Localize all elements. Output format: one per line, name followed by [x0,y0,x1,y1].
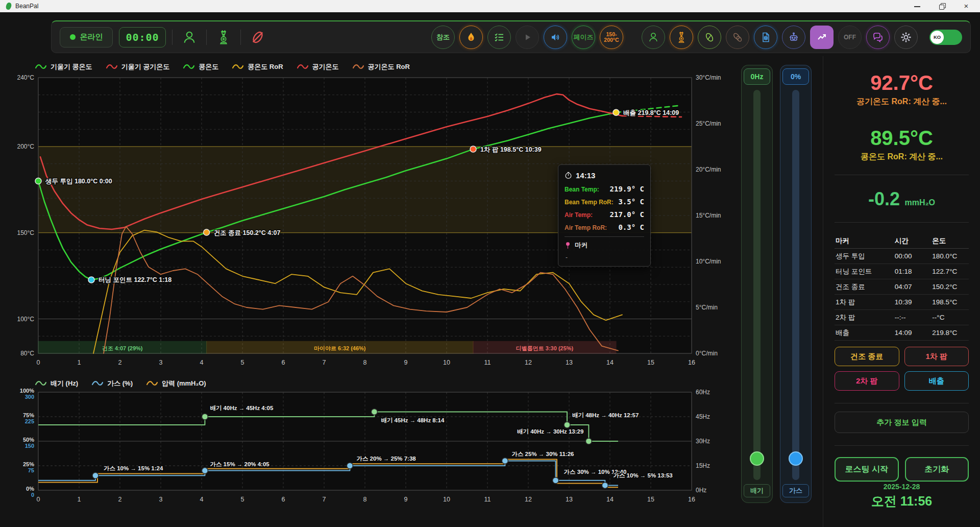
exhaust-gauge: 0Hz 배기 [741,65,773,503]
event-marker-drop[interactable]: 배출 219.8°C 14:09 [613,109,679,116]
person-icon [647,31,659,43]
chat-button[interactable] [866,26,890,49]
grinder-settings-button[interactable] [670,26,693,49]
settings-button[interactable] [894,26,918,49]
svg-text:1: 1 [78,359,81,366]
legend-item[interactable]: 압력 (mmH₂O) [146,379,206,388]
restore-button[interactable] [938,3,945,10]
user-button[interactable] [642,26,665,49]
close-button[interactable]: × [963,3,970,10]
reference-button[interactable]: 참조 [431,26,455,49]
start-roast-button[interactable]: 로스팅 시작 [835,457,899,482]
reset-button[interactable]: 초기화 [905,457,969,482]
legend-item[interactable]: 공기온도 RoR [352,62,410,71]
gas-slider-track[interactable] [792,90,799,480]
off-button[interactable]: OFF [838,26,862,49]
online-status-button[interactable]: 온라인 [60,27,113,47]
checklist-icon [493,31,505,43]
reference-label: 참조 [436,33,450,42]
play-button[interactable] [516,26,539,49]
roast-timer: 00:00 [119,27,166,47]
robot-button[interactable] [782,26,805,49]
dry-end-button[interactable]: 건조 종료 [835,347,899,366]
beans-button[interactable] [726,26,749,49]
sound-button[interactable] [544,26,567,49]
no-bean-button[interactable] [247,27,268,48]
svg-text:25%: 25% [23,461,34,467]
svg-text:11: 11 [484,359,491,366]
beans-icon [731,31,744,43]
legend-squiggle-icon [352,63,364,70]
temp-range-line1: 150- [606,32,617,37]
svg-text:15°C/min: 15°C/min [696,212,721,219]
svg-text:1: 1 [78,496,81,503]
legend-item[interactable]: 공기온도 [297,62,339,71]
app-bean-icon [5,2,12,10]
pressure-value: -0.2 [868,188,900,209]
svg-text:300: 300 [25,394,34,400]
trend-button[interactable] [810,26,834,49]
svg-text:가스 20% → 25% 7:38: 가스 20% → 25% 7:38 [356,456,416,462]
flame-icon [465,31,477,43]
legend-item[interactable]: 기울기 공기온도 [106,62,170,71]
extra-info-button[interactable]: 추가 정보 입력 [835,412,969,433]
clock-icon [565,172,572,179]
svg-text:2: 2 [118,359,122,366]
first-crack-button[interactable]: 1차 팝 [904,347,969,366]
exhaust-slider-knob[interactable] [750,451,764,466]
divider [835,222,969,223]
chart-tooltip: 14:13 Bean Temp:219.9° CBean Temp RoR:3.… [558,164,651,267]
exhaust-slider-track[interactable] [753,90,761,480]
svg-text:80°C: 80°C [20,350,34,357]
svg-text:200°C: 200°C [17,143,35,150]
bottom-chart-legend: 배기 (Hz)가스 (%)압력 (mmH₂O) [35,379,206,388]
bean-info-button[interactable] [698,26,721,49]
legend-item[interactable]: 기울기 콩온도 [35,62,92,71]
svg-text:가스 10% → 15% 1:24: 가스 10% → 15% 1:24 [104,465,163,471]
svg-text:12: 12 [525,496,532,503]
legend-item[interactable]: 콩온도 [183,62,218,71]
language-toggle[interactable]: KO [929,30,962,45]
table-row: 생두 투입00:00180.0°C [835,249,969,264]
gas-slider-knob[interactable] [789,451,803,466]
svg-text:건조 종료 150.2°C 4:07: 건조 종료 150.2°C 4:07 [214,229,281,236]
event-marker-charge[interactable]: 생두 투입 180.0°C 0:00 [35,178,112,185]
legend-item[interactable]: 배기 (Hz) [35,379,78,388]
temp-range-button[interactable]: 150- 200°C [600,26,623,49]
exhaust-gauge-label: 배기 [744,484,770,497]
checklist-button[interactable] [487,26,511,49]
temp-range-line2: 200°C [604,37,619,43]
svg-text:8: 8 [363,496,367,503]
svg-text:가스 25% → 30% 11:26: 가스 25% → 30% 11:26 [511,451,574,457]
datetime: 2025-12-28 오전 11:56 [835,483,969,510]
event-marker-first-crack[interactable]: 1차 팝 198.5°C 10:39 [470,146,542,153]
svg-text:15: 15 [647,496,654,503]
legend-squiggle-icon [91,380,104,387]
second-crack-button[interactable]: 2차 팝 [835,371,899,391]
table-row: 건조 종료04:07150.2°C [835,279,969,295]
bean-ror-status: 콩온도 RoR: 계산 중... [835,152,969,162]
event-marker-dry-end[interactable]: 건조 종료 150.2°C 4:07 [204,229,281,236]
drop-button[interactable]: 배출 [904,371,969,391]
bean-icon [703,31,716,43]
flame-button[interactable] [459,26,483,49]
titlebar: BeanPal × [0,0,980,12]
robot-icon [788,31,800,43]
legend-item[interactable]: 가스 (%) [91,379,133,388]
divider [835,175,969,175]
minimize-button[interactable] [914,3,921,10]
grinder-button[interactable] [213,27,234,48]
svg-text:15Hz: 15Hz [696,462,710,469]
svg-text:건조 4:07 (29%): 건조 4:07 (29%) [102,345,143,351]
profile-button[interactable] [179,27,200,48]
legend-item[interactable]: 콩온도 RoR [232,62,283,71]
report-button[interactable] [754,26,777,49]
event-marker-turning-point[interactable]: 터닝 포인트 122.7°C 1:18 [88,276,172,283]
svg-text:75%: 75% [23,412,34,418]
svg-text:100°C: 100°C [17,316,35,323]
tooltip-row: Bean Temp:219.9° C [565,185,644,193]
svg-text:0: 0 [31,492,34,498]
tooltip-row: Air Temp RoR:0.3° C [565,223,644,231]
svg-text:14: 14 [606,359,614,366]
phase-button[interactable]: 페이즈 [572,26,595,49]
